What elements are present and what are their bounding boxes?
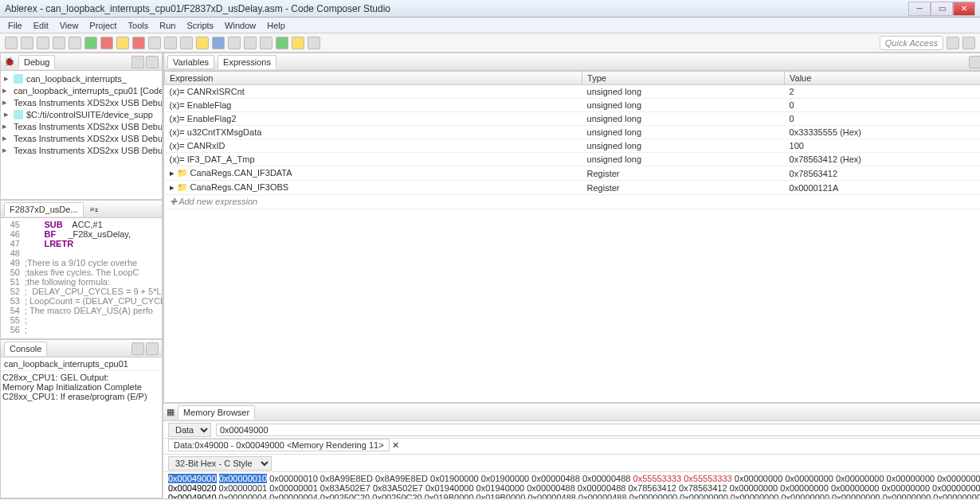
memory-format-select[interactable]: 32-Bit Hex - C Style [168, 456, 272, 471]
reset-icon[interactable] [212, 37, 225, 49]
menu-view[interactable]: View [55, 19, 84, 32]
step-into-icon[interactable] [148, 37, 161, 49]
tab-variables[interactable]: Variables [167, 55, 214, 69]
window-title: Ablerex - can_loopback_interrupts_cpu01/… [5, 3, 908, 14]
perspective-debug-icon[interactable] [962, 37, 975, 49]
hammer-icon[interactable] [53, 37, 65, 49]
stop-icon[interactable] [100, 37, 113, 49]
memory-rendering-tab[interactable]: Data:0x49000 - 0x00049000 <Memory Render… [168, 439, 390, 451]
menu-run[interactable]: Run [155, 19, 180, 32]
menu-edit[interactable]: Edit [29, 19, 53, 32]
expression-row[interactable]: ▸ 📁 CanaRegs.CAN_IF3DATARegister0x785634… [165, 166, 981, 181]
debug-tree-item[interactable]: ▸ $C:/ti/controlSUITE/device_supp [2, 108, 160, 120]
console-title: can_loopback_interrupts_cpu01 [1, 357, 162, 371]
menu-file[interactable]: File [3, 19, 27, 32]
chip-icon[interactable] [244, 37, 257, 49]
grid-icon[interactable] [228, 37, 241, 49]
more-icon[interactable] [308, 37, 320, 49]
expression-row[interactable]: (x)= IF3_DAT_A_Tmpunsigned long0x7856341… [165, 153, 981, 166]
memory-address-input[interactable] [216, 424, 980, 436]
resume-icon[interactable] [84, 37, 97, 49]
maximize-button[interactable]: ▭ [931, 2, 953, 16]
restart-icon[interactable] [196, 37, 209, 49]
step-return-icon[interactable] [180, 37, 193, 49]
menu-tools[interactable]: Tools [123, 19, 154, 32]
display-icon[interactable] [146, 342, 159, 355]
close-button[interactable]: ✕ [953, 2, 975, 16]
memory-space-select[interactable]: Data [168, 423, 211, 437]
step-over-icon[interactable] [164, 37, 177, 49]
new-icon[interactable] [5, 37, 18, 49]
menu-project[interactable]: Project [84, 19, 121, 32]
refresh-icon[interactable] [260, 37, 272, 49]
menu-bar: FileEditViewProjectToolsRunScriptsWindow… [0, 18, 980, 33]
memory-data[interactable]: 0x00049000 0x00000010 0x00000010 0x8A99E… [163, 472, 980, 498]
collapse-icon[interactable] [969, 56, 980, 68]
title-bar: Ablerex - can_loopback_interrupts_cpu01/… [0, 0, 980, 18]
graph-icon[interactable] [292, 37, 304, 49]
menu-scripts[interactable]: Scripts [182, 19, 218, 32]
debug-tree-item[interactable]: ▸ Texas Instruments XDS2xx USB Debu [2, 120, 160, 132]
minimize-icon[interactable] [146, 56, 159, 68]
expression-row[interactable]: (x)= EnableFlag2unsigned long0 [165, 112, 981, 126]
pin-icon[interactable] [131, 342, 144, 355]
code-editor[interactable]: 45 SUB ACC,#146 BF _F28x_usDelay,47 LRET… [1, 218, 162, 338]
debug-tree-item[interactable]: ▸ Texas Instruments XDS2xx USB Debu [2, 132, 160, 144]
expressions-table[interactable]: ExpressionTypeValue (x)= CANRxISRCntunsi… [164, 71, 980, 209]
expression-row[interactable]: (x)= u32CntTXMsgDataunsigned long0x33335… [165, 126, 981, 139]
debug-tree-item[interactable]: ▸ Texas Instruments XDS2xx USB Debu [2, 144, 160, 156]
minimize-button[interactable]: ─ [908, 2, 931, 16]
menu-help[interactable]: Help [262, 19, 290, 32]
terminate-icon[interactable] [132, 37, 145, 49]
main-toolbar: Quick Access [0, 33, 980, 53]
save-icon[interactable] [21, 37, 33, 49]
memory-icon: ▦ [167, 407, 174, 417]
debug-tree-item[interactable]: ▸can_loopback_interrupts_ [2, 72, 160, 84]
tab-editor[interactable]: F2837xD_usDe... [4, 202, 84, 217]
tab-memory-browser[interactable]: Memory Browser [178, 405, 255, 420]
bug-icon: 🐞 [4, 57, 15, 67]
tab-debug[interactable]: Debug [18, 55, 55, 69]
debug-drop-icon[interactable] [131, 56, 144, 68]
console-output[interactable]: C28xx_CPU1: GEL Output:Memory Map Initia… [1, 371, 162, 498]
expression-row[interactable]: (x)= CANRxIDunsigned long100 [165, 139, 981, 153]
tab-expressions[interactable]: Expressions [218, 55, 276, 69]
build-icon[interactable] [37, 37, 49, 49]
expression-row[interactable]: ▸ 📁 CanaRegs.CAN_IF3OBSRegister0x0000121… [165, 181, 981, 195]
debug-tree-item[interactable]: ▸ Texas Instruments XDS2xx USB Debu [2, 96, 160, 108]
add-expression[interactable]: ✚ Add new expression [165, 195, 981, 209]
quick-access[interactable]: Quick Access [880, 36, 943, 50]
menu-window[interactable]: Window [220, 19, 261, 32]
debug-tree[interactable]: ▸can_loopback_interrupts_▸can_loopback_i… [1, 71, 162, 199]
folder-icon[interactable] [69, 37, 81, 49]
run-icon[interactable] [276, 37, 288, 49]
tab-console[interactable]: Console [4, 342, 47, 356]
debug-tree-item[interactable]: ▸can_loopback_interrupts_cpu01 [Code [2, 84, 160, 96]
expression-row[interactable]: (x)= CANRxISRCntunsigned long2 [165, 85, 981, 99]
pause-icon[interactable] [116, 37, 129, 49]
perspective-ccs-icon[interactable] [947, 37, 959, 49]
expression-row[interactable]: (x)= EnableFlagunsigned long0 [165, 99, 981, 112]
